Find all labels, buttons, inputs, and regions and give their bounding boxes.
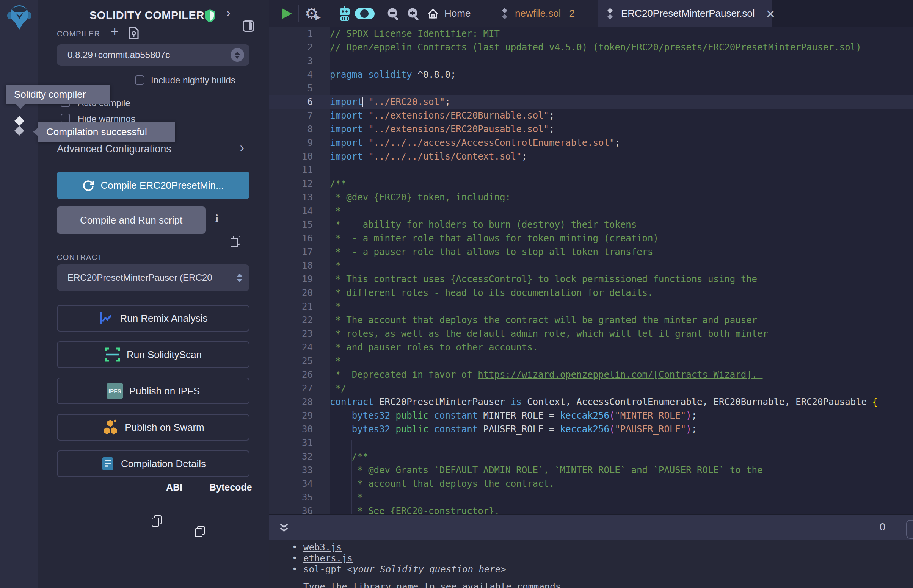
code-line[interactable]: 11 — [269, 163, 913, 177]
code-line[interactable]: 22 * The account that deploys the contra… — [269, 313, 913, 327]
run-script-play-icon[interactable] — [282, 8, 292, 19]
line-number: 7 — [269, 109, 313, 123]
terminal-link[interactable]: ethers.js — [303, 553, 353, 564]
code-line[interactable]: 18 * — [269, 259, 913, 272]
code-line[interactable]: 23 * roles, as well as the default admin… — [269, 327, 913, 341]
bullet: • — [292, 553, 303, 564]
run-solidityscan-label: Run SolidityScan — [127, 349, 202, 361]
script-config-gear-icon[interactable]: ⚙▶ — [305, 5, 319, 22]
copy-abi-icon[interactable] — [152, 515, 161, 526]
code-line[interactable]: 30 bytes32 public constant PAUSER_ROLE =… — [269, 422, 913, 436]
code-line[interactable]: 8import "../extensions/ERC20Pausable.sol… — [269, 123, 913, 136]
line-number: 20 — [269, 286, 313, 300]
code-line[interactable]: 17 * - a pauser role that allows to stop… — [269, 245, 913, 259]
zoom-out-icon[interactable] — [386, 7, 401, 21]
code-line[interactable]: 34 * account that deploys the contract. — [269, 477, 913, 491]
code-line[interactable]: 12/** — [269, 177, 913, 191]
run-remix-analysis-button[interactable]: Run Remix Analysis — [57, 305, 249, 331]
code-text: * - a pauser role that allows to stop al… — [330, 245, 653, 259]
zoom-in-icon[interactable] — [406, 7, 421, 21]
code-line[interactable]: 36 * See {ERC20-constructor}. — [269, 504, 913, 515]
terminal-right-control[interactable] — [906, 520, 913, 539]
solidity-compiler-icon[interactable] — [11, 116, 28, 136]
compile-button[interactable]: Compile ERC20PresetMin... — [57, 171, 249, 199]
code-text: import "../extensions/ERC20Pausable.sol"… — [330, 123, 554, 136]
pin-panel-icon[interactable] — [243, 21, 254, 32]
code-line[interactable]: 3 — [269, 54, 913, 68]
code-text: * and pauser roles to other accounts. — [330, 341, 538, 354]
code-line[interactable]: 14 * — [269, 204, 913, 218]
compiler-file-icon[interactable] — [128, 26, 139, 39]
code-line[interactable]: 2// OpenZeppelin Contracts (last updated… — [269, 40, 913, 54]
compile-and-run-button[interactable]: Compile and Run script — [57, 207, 206, 234]
code-line[interactable]: 27 */ — [269, 381, 913, 395]
close-tab-icon[interactable]: × — [766, 6, 775, 21]
tab-erc20-preset-minter-pauser[interactable]: ERC20PresetMinterPauser.sol × — [605, 0, 775, 27]
code-line[interactable]: 15 * - ability for holders to burn (dest… — [269, 218, 913, 231]
remix-logo[interactable] — [6, 2, 33, 31]
code-text: * @dev {ERC20} token, including: — [330, 191, 511, 204]
tooltip-arrow — [15, 103, 26, 109]
nightly-builds-checkbox[interactable] — [135, 75, 144, 85]
code-line[interactable]: 13 * @dev {ERC20} token, including: — [269, 191, 913, 204]
code-line[interactable]: 35 * — [269, 491, 913, 504]
toolbar-divider — [380, 5, 380, 22]
compilation-details-button[interactable]: Compilation Details — [57, 451, 249, 477]
publish-ipfs-button[interactable]: IPFS Publish on IPFS — [57, 378, 249, 404]
shield-icon[interactable] — [204, 9, 216, 23]
code-line[interactable]: 32 /** — [269, 450, 913, 464]
code-line[interactable]: 26 * _Deprecated in favor of https://wiz… — [269, 368, 913, 381]
code-line[interactable]: 7import "../extensions/ERC20Burnable.sol… — [269, 109, 913, 123]
code-line[interactable]: 5 — [269, 81, 913, 95]
version-spinner-icon[interactable] — [230, 48, 244, 62]
line-number: 13 — [269, 191, 313, 204]
code-line[interactable]: 21 * — [269, 300, 913, 313]
tab-home[interactable]: Home — [427, 0, 471, 27]
code-text: * roles, as well as the default admin ro… — [330, 327, 768, 341]
indent-guide — [351, 440, 352, 515]
code-line[interactable]: 29 bytes32 public constant MINTER_ROLE =… — [269, 409, 913, 422]
add-compiler-icon[interactable]: + — [111, 24, 119, 39]
advanced-configurations[interactable]: Advanced Configurations — [57, 143, 172, 155]
ai-copilot-toggle[interactable] — [355, 8, 375, 19]
abi-button[interactable]: ABI — [166, 482, 182, 493]
copy-bytecode-icon[interactable] — [195, 526, 204, 536]
compiler-version-select[interactable]: 0.8.29+commit.ab55807c — [57, 44, 249, 66]
code-text: pragma solidity ^0.8.0; — [330, 68, 456, 81]
tab-newfile[interactable]: newfile.sol 2 — [500, 0, 575, 27]
code-line[interactable]: 24 * and pauser roles to other accounts. — [269, 341, 913, 354]
code-line[interactable]: 4pragma solidity ^0.8.0; — [269, 68, 913, 81]
publish-swarm-button[interactable]: Publish on Swarm — [57, 414, 249, 441]
code-line[interactable]: 10import "../../../utils/Context.sol"; — [269, 150, 913, 163]
terminal-collapse-icon[interactable] — [278, 522, 290, 534]
solidity-file-icon — [500, 8, 510, 19]
nightly-builds-label[interactable]: Include nightly builds — [151, 75, 235, 86]
terminal-bar[interactable]: 0 — [269, 515, 913, 540]
code-line[interactable]: 25 * — [269, 354, 913, 368]
code-line[interactable]: 6import "../ERC20.sol"; — [269, 95, 913, 109]
run-solidityscan-button[interactable]: Run SolidityScan — [57, 341, 249, 368]
contract-select[interactable]: ERC20PresetMinterPauser (ERC20 — [57, 265, 249, 291]
info-icon[interactable]: i — [215, 212, 219, 224]
tab-strip-empty-area — [772, 0, 913, 27]
code-line[interactable]: 31 — [269, 436, 913, 450]
code-line[interactable]: 28contract ERC20PresetMinterPauser is Co… — [269, 395, 913, 409]
line-number: 35 — [269, 491, 313, 504]
code-line[interactable]: 1// SPDX-License-Identifier: MIT — [269, 27, 913, 40]
advanced-expand-icon[interactable]: › — [240, 141, 244, 155]
line-number: 22 — [269, 313, 313, 327]
code-line[interactable]: 9import "../../../access/AccessControlEn… — [269, 136, 913, 150]
copy-icon[interactable] — [230, 236, 240, 246]
code-line[interactable]: 16 * - a minter role that allows for tok… — [269, 231, 913, 245]
code-text: * account that deploys the contract. — [330, 477, 554, 491]
ai-copilot-robot-icon[interactable] — [337, 5, 353, 22]
code-text: import "../../../access/AccessControlEnu… — [330, 136, 620, 150]
code-editor[interactable]: 1// SPDX-License-Identifier: MIT2// Open… — [269, 27, 913, 515]
panel-forward-icon[interactable]: › — [226, 6, 230, 20]
contract-spinner-icon[interactable] — [236, 273, 243, 282]
bytecode-button[interactable]: Bytecode — [209, 482, 252, 493]
terminal-link[interactable]: web3.js — [303, 542, 342, 553]
code-line[interactable]: 20 * different roles - head to its docum… — [269, 286, 913, 300]
code-line[interactable]: 33 * @dev Grants `DEFAULT_ADMIN_ROLE`, `… — [269, 464, 913, 477]
code-line[interactable]: 19 * This contract uses {AccessControl} … — [269, 272, 913, 286]
